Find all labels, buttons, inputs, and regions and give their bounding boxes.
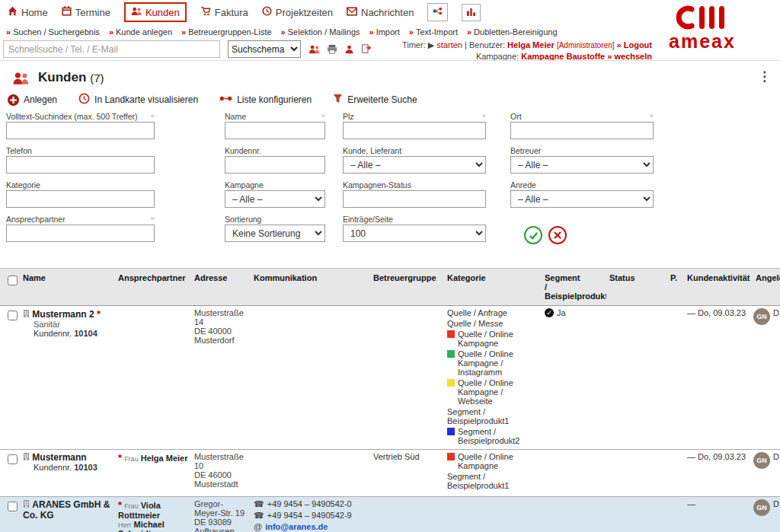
col-angelegt: Angele bbox=[753, 271, 780, 303]
separator: | bbox=[465, 40, 467, 49]
row-checkbox[interactable] bbox=[8, 311, 18, 320]
liste-konfigurieren-button[interactable]: Liste konfigurieren bbox=[219, 94, 312, 105]
category-label: Segment / Beispielprodukt1 bbox=[447, 407, 539, 425]
add-icon bbox=[8, 94, 19, 106]
benutzer-name-link[interactable]: Helga Meier bbox=[507, 40, 555, 49]
subnav-betreuergruppen[interactable]: »Betreuergruppen-Liste bbox=[181, 27, 272, 37]
kundennr-label: Kundennr. bbox=[225, 146, 261, 155]
users-icon bbox=[131, 6, 142, 18]
table-row[interactable]: Mustermann Kundennr. 10103 * Frau Helga … bbox=[0, 450, 780, 497]
star-icon: * bbox=[97, 308, 101, 320]
kategorie-input[interactable] bbox=[6, 190, 155, 208]
nav-nachrichten[interactable]: Nachrichten bbox=[347, 7, 414, 18]
subnav-betreuergruppen-label: Betreuergruppen-Liste bbox=[188, 27, 271, 37]
kampagne-select[interactable]: – Alle – bbox=[225, 190, 325, 208]
customer-name[interactable]: Mustermann 2 bbox=[32, 309, 94, 320]
subnav-kunde-anlegen-label: Kunde anlegen bbox=[116, 27, 172, 37]
ort-label: Ort bbox=[510, 112, 522, 121]
phone-icon: ☎ bbox=[254, 499, 264, 509]
building-icon bbox=[23, 309, 30, 320]
landkarte-button[interactable]: In Landkarte visualisieren bbox=[78, 93, 198, 107]
fuzzy-icon: ≈ bbox=[321, 112, 325, 119]
print-icon[interactable] bbox=[327, 44, 337, 54]
configure-list-icon bbox=[219, 94, 232, 105]
telefon-input[interactable] bbox=[6, 156, 155, 174]
table-row[interactable]: Mustermann 2 * Sanitär Kundennr. 10104 M… bbox=[0, 306, 780, 450]
subnav-suchen[interactable]: »Suchen / Suchergebnis bbox=[6, 27, 100, 37]
anlegen-button[interactable]: Anlegen bbox=[8, 94, 57, 106]
betreuer-select[interactable]: – Alle – bbox=[510, 156, 654, 174]
row-checkbox[interactable] bbox=[8, 502, 18, 511]
col-ansprechpartner: Ansprechpartner bbox=[115, 271, 191, 303]
check-circle-icon: ✓ bbox=[545, 308, 554, 317]
quicksearch-input[interactable] bbox=[3, 40, 220, 58]
ort-input[interactable] bbox=[510, 122, 654, 139]
category-label: Segment / Beispielprodukt1 bbox=[447, 472, 539, 490]
nav-faktura[interactable]: Faktura bbox=[200, 6, 248, 18]
ansprechpartner-cell: * Frau Helga Meier bbox=[115, 450, 191, 496]
customer-name[interactable]: ARANES GmbH & Co. KG bbox=[23, 499, 110, 521]
suchschema-select[interactable]: Suchschema bbox=[228, 40, 301, 58]
nav-home[interactable]: Home bbox=[8, 6, 48, 18]
contacts-icon[interactable] bbox=[344, 44, 354, 54]
search-reset-button[interactable] bbox=[548, 226, 567, 244]
volltext-input[interactable] bbox=[6, 122, 155, 139]
kebab-menu-icon[interactable]: ⋮ bbox=[758, 68, 771, 84]
subnav-selektion[interactable]: »Selektion / Mailings bbox=[281, 27, 360, 37]
timer-start-link[interactable]: starten bbox=[436, 40, 462, 49]
col-status: Status bbox=[606, 271, 667, 303]
map-clock-icon bbox=[78, 93, 90, 107]
table-row[interactable]: ARANES GmbH & Co. KG * Frau Viola Rotttm… bbox=[0, 497, 780, 532]
home-icon bbox=[8, 6, 18, 18]
statistics-button[interactable] bbox=[462, 4, 481, 21]
category-label: Quelle / Online Kampagne bbox=[458, 330, 539, 348]
select-all-checkbox[interactable] bbox=[8, 276, 18, 285]
mail-icon bbox=[347, 7, 357, 18]
category-color-square bbox=[447, 330, 455, 338]
liste-konfigurieren-label: Liste konfigurieren bbox=[237, 94, 312, 105]
row-checkbox[interactable] bbox=[8, 454, 18, 464]
avatar: GN bbox=[753, 452, 770, 469]
users-small-icon[interactable] bbox=[308, 44, 320, 54]
nav-projektzeiten[interactable]: Projektzeiten bbox=[262, 6, 333, 18]
kunden-page-icon bbox=[12, 71, 29, 85]
logout-link[interactable]: » Logout bbox=[617, 40, 652, 49]
category-label: Segment / Beispielprodukt2 bbox=[458, 427, 539, 445]
kampagnen-status-input[interactable] bbox=[343, 190, 486, 208]
chevron-icon: » bbox=[6, 27, 11, 37]
sub-navigation: »Suchen / Suchergebnis »Kunde anlegen »B… bbox=[0, 27, 659, 37]
avatar: GN bbox=[753, 499, 770, 516]
nav-termine[interactable]: Termine bbox=[62, 6, 110, 18]
erweiterte-suche-button[interactable]: Erweiterte Suche bbox=[333, 94, 417, 106]
subnav-text-import-label: Text-Import bbox=[416, 27, 458, 37]
nav-kunden[interactable]: Kunden bbox=[124, 2, 187, 22]
subnav-import-label: Import bbox=[376, 27, 400, 37]
timer-label: Timer: bbox=[402, 40, 426, 49]
search-submit-button[interactable] bbox=[524, 226, 542, 244]
kunde-lieferant-select[interactable]: – Alle – bbox=[343, 156, 486, 174]
sortierung-select[interactable]: Keine Sortierung bbox=[225, 225, 325, 242]
customer-name[interactable]: Mustermann bbox=[32, 452, 86, 463]
kundennr-input[interactable] bbox=[225, 156, 325, 174]
export-icon[interactable] bbox=[361, 44, 371, 54]
relations-button[interactable] bbox=[427, 3, 448, 21]
plz-input[interactable] bbox=[343, 122, 486, 139]
kundenaktivitaet-cell: — Do, 09.03.23 bbox=[684, 450, 753, 496]
name-input[interactable] bbox=[225, 122, 325, 139]
ansprechpartner-input[interactable] bbox=[6, 225, 155, 242]
subnav-import[interactable]: »Import bbox=[369, 27, 400, 37]
building-icon bbox=[23, 499, 30, 510]
eintraege-select[interactable]: 100 bbox=[343, 225, 486, 242]
email-link[interactable]: info@aranes.de bbox=[265, 522, 328, 531]
subnav-kunde-anlegen[interactable]: »Kunde anlegen bbox=[109, 27, 172, 37]
kontakt-name[interactable]: Helga Meier bbox=[141, 454, 188, 463]
subnav-text-import[interactable]: »Text-Import bbox=[409, 27, 458, 37]
subnav-dubletten[interactable]: »Dubletten-Bereinigung bbox=[467, 27, 558, 37]
eintraege-label: Einträge/Seite bbox=[343, 215, 393, 224]
anrede-select[interactable]: – Alle – bbox=[510, 190, 654, 208]
kategorie-cell: Quelle / Anfrage Quelle / Messe Quelle /… bbox=[444, 306, 542, 449]
ansprechpartner-label: Ansprechpartner bbox=[6, 215, 66, 224]
chevron-icon: » bbox=[109, 27, 113, 37]
calendar-icon bbox=[62, 6, 72, 18]
filter-form: Volltext-Suchindex (max. 500 Treffer)≈ T… bbox=[0, 112, 780, 264]
